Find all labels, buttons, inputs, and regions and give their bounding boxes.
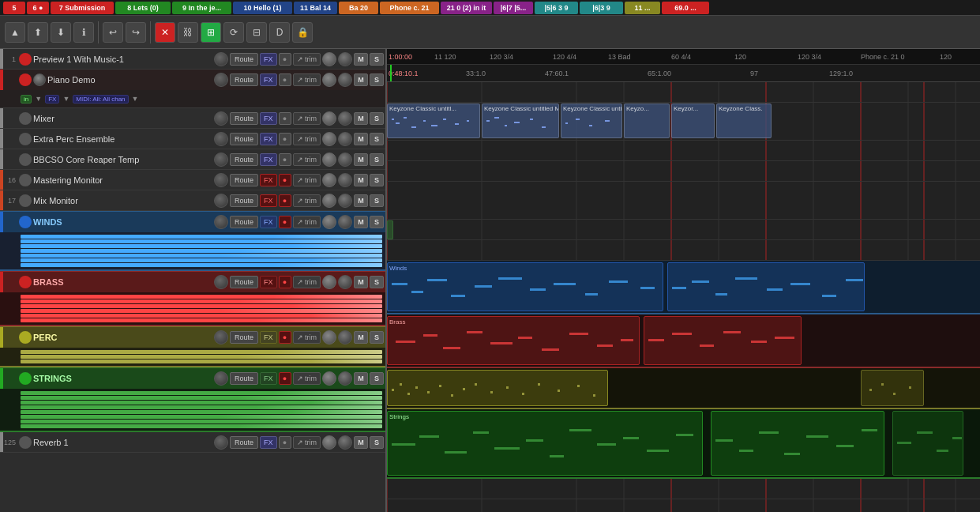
route-btn-mastering[interactable]: Route [230, 174, 258, 186]
fx-btn-extra-perc[interactable]: FX [260, 133, 277, 145]
route-btn-winds[interactable]: Route [230, 216, 258, 228]
io-btn-mixer[interactable]: ● [279, 112, 291, 125]
s-btn-bbcso[interactable]: S [370, 153, 384, 166]
route-btn-brass[interactable]: Route [230, 276, 258, 288]
trim-btn-mastering[interactable]: ↗ trim [293, 174, 321, 186]
m-btn-mastering[interactable]: M [354, 174, 368, 186]
pan-dial-bbcso[interactable] [338, 152, 352, 167]
rec-btn-preview[interactable] [19, 53, 32, 66]
m-btn-brass[interactable]: M [354, 276, 368, 288]
pan-dial-brass[interactable] [338, 275, 352, 289]
rec-btn-mastering[interactable] [19, 174, 32, 186]
pan-dial-winds[interactable] [338, 215, 352, 229]
m-btn-mixer[interactable]: M [354, 112, 368, 125]
fx-btn-mixer[interactable]: FX [260, 112, 277, 125]
toolbar-btn-info[interactable]: ℹ [73, 22, 94, 43]
rec-btn-strings[interactable] [19, 372, 32, 385]
marker-56[interactable]: |5|6 3 9 [535, 2, 578, 14]
trim-btn-extra-perc[interactable]: ↗ trim [293, 133, 321, 145]
fx-btn-brass[interactable]: FX [260, 276, 277, 288]
fx-btn-perc[interactable]: FX [260, 331, 277, 344]
vol-dial-extra-perc[interactable] [214, 132, 228, 146]
io-btn-reverb[interactable]: ● [279, 436, 291, 449]
pan-dial-mix-monitor[interactable] [338, 194, 352, 208]
trim-btn-preview[interactable]: ↗ trim [293, 53, 321, 66]
arr-perc-clip-2[interactable] [861, 370, 924, 406]
toolbar-btn-lock[interactable]: 🔒 [292, 22, 313, 43]
rec-btn-extra-perc[interactable] [19, 133, 32, 145]
rec-btn-perc[interactable] [19, 331, 32, 344]
vol2-dial-preview[interactable] [322, 52, 336, 66]
toolbar-btn-1[interactable]: ▲ [5, 22, 25, 43]
route-btn-piano[interactable]: Route [230, 73, 258, 86]
route-btn-extra-perc[interactable]: Route [230, 133, 258, 145]
arr-clip-piano-5[interactable]: Keyzor... [671, 104, 715, 138]
route-btn-perc[interactable]: Route [230, 331, 258, 344]
marker-8[interactable]: 8 Lets (0) [115, 2, 171, 14]
io-btn-bbcso[interactable]: ● [279, 153, 291, 166]
fx-btn-piano[interactable]: FX [260, 73, 277, 86]
rec-btn-mixer[interactable] [19, 112, 32, 125]
marker-69[interactable]: 69.0 ... [662, 2, 709, 14]
marker-11b[interactable]: 11 ... [625, 2, 660, 14]
marker-22[interactable]: |6|7 |5... [494, 2, 533, 14]
marker-phone[interactable]: Phone c. 21 [380, 2, 439, 14]
arr-clip-piano-3[interactable]: Keyzone Classic untitled. [561, 104, 622, 138]
in-label-piano[interactable]: in [21, 95, 32, 104]
s-btn-reverb[interactable]: S [370, 436, 384, 449]
m-btn-preview[interactable]: M [354, 53, 368, 66]
trim-btn-reverb[interactable]: ↗ trim [293, 436, 321, 449]
io-btn-winds[interactable]: ● [279, 216, 291, 228]
s-btn-strings[interactable]: S [370, 372, 384, 385]
toolbar-btn-link[interactable]: ⛓ [178, 22, 198, 43]
m-btn-mix-monitor[interactable]: M [354, 194, 368, 207]
s-btn-perc[interactable]: S [370, 331, 384, 344]
arr-clip-piano-2[interactable]: Keyzone Classic untitled MIDI item [482, 104, 559, 138]
arr-brass-clip-1[interactable]: Brass [387, 316, 640, 365]
rec-btn-mix-monitor[interactable] [19, 194, 32, 207]
arr-clip-piano-6[interactable]: Keyzone Class. [716, 104, 772, 138]
toolbar-btn-d[interactable]: D [269, 22, 290, 43]
fx-btn-bbcso[interactable]: FX [260, 153, 277, 166]
trim-btn-brass[interactable]: ↗ trim [293, 276, 321, 288]
io-btn-strings[interactable]: ● [279, 372, 291, 385]
vol-dial-preview[interactable] [214, 52, 228, 66]
vol-dial-strings[interactable] [214, 371, 228, 386]
io-btn-piano[interactable]: ● [279, 73, 291, 86]
marker-submission[interactable]: 7 Submission [51, 2, 114, 14]
m-btn-bbcso[interactable]: M [354, 153, 368, 166]
toolbar-btn-refresh[interactable]: ⟳ [223, 22, 244, 43]
midi-label-piano[interactable]: FX [45, 95, 59, 104]
s-btn-mix-monitor[interactable]: S [370, 194, 384, 207]
m-btn-reverb[interactable]: M [354, 436, 368, 449]
arr-strings-clip-1[interactable]: Strings [387, 411, 703, 476]
route-btn-mixer[interactable]: Route [230, 112, 258, 125]
marker-10[interactable]: 10 Hello (1) [233, 2, 292, 14]
arr-winds-clip-2[interactable] [667, 262, 865, 311]
io-btn-extra-perc[interactable]: ● [279, 133, 291, 145]
io-btn-brass[interactable]: ● [279, 276, 291, 288]
vol2-dial-brass[interactable] [322, 275, 336, 289]
trim-btn-perc[interactable]: ↗ trim [293, 331, 321, 344]
rec-btn-piano[interactable] [19, 73, 32, 86]
arr-strings-clip-3[interactable] [892, 411, 963, 476]
s-btn-mastering[interactable]: S [370, 174, 384, 186]
vol2-dial-piano[interactable] [322, 73, 336, 87]
toolbar-btn-cut[interactable]: ✕ [155, 22, 175, 43]
m-btn-perc[interactable]: M [354, 331, 368, 344]
trim-btn-mixer[interactable]: ↗ trim [293, 112, 321, 125]
vol2-dial-winds[interactable] [322, 215, 336, 229]
io-btn-mastering[interactable]: ● [279, 174, 291, 186]
io-btn-perc[interactable]: ● [279, 331, 291, 344]
vol2-dial-reverb[interactable] [322, 435, 336, 450]
vol2-dial-perc[interactable] [322, 330, 336, 344]
pan-dial-mixer[interactable] [338, 111, 352, 126]
route-btn-bbcso[interactable]: Route [230, 153, 258, 166]
pan-dial-extra-perc[interactable] [338, 132, 352, 146]
pan-dial-reverb[interactable] [338, 435, 352, 450]
vol2-dial-mixer[interactable] [322, 111, 336, 126]
s-btn-winds[interactable]: S [370, 216, 384, 228]
m-btn-strings[interactable]: M [354, 372, 368, 385]
fx-btn-strings[interactable]: FX [260, 372, 277, 385]
marker-ba[interactable]: Ba 20 [339, 2, 378, 14]
